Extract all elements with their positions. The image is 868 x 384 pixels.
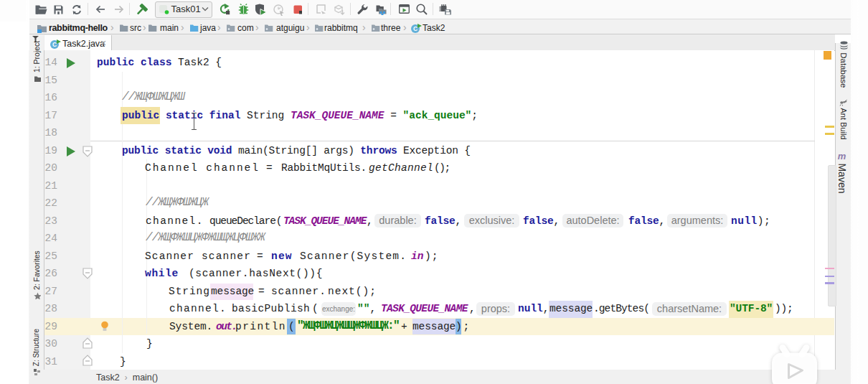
- svg-text:C: C: [413, 25, 418, 32]
- svg-text:C: C: [52, 41, 57, 48]
